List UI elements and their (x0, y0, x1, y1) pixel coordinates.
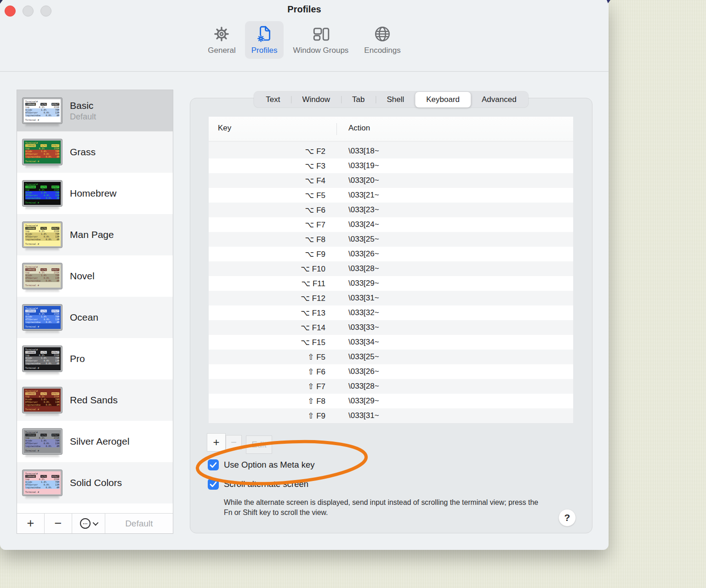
profile-thumbnail-screen: Terminal#COMMAND%CPURPRVTtop4.1%231KXcod… (24, 430, 61, 453)
profile-meta: Grass (70, 147, 96, 158)
action-cell: \033[20~ (348, 176, 379, 185)
table-row[interactable]: ⇧ F5 \033[25~ (209, 350, 573, 364)
settings-tab[interactable]: Shell (376, 92, 415, 107)
edit-shortcut-button[interactable]: Edit (246, 435, 272, 454)
profile-list-item[interactable]: Terminal#COMMAND%CPURPRVTtop4.1%231KXcod… (17, 462, 173, 503)
scroll-alternate-screen-checkbox-row[interactable]: Scroll alternate screen (208, 479, 308, 490)
globe-icon (372, 24, 393, 44)
action-cell: \033[34~ (348, 338, 379, 347)
settings-tab[interactable]: Advanced (471, 92, 528, 107)
set-default-button[interactable]: Default (105, 514, 173, 533)
profile-meta: Homebrew (70, 188, 117, 199)
profile-list-item[interactable]: Terminal#COMMAND%CPURPRVTtop4.1%231KXcod… (17, 255, 173, 297)
close-button[interactable] (5, 6, 16, 17)
key-cell: ⌥ F11 (209, 279, 325, 288)
settings-tab[interactable]: Keyboard (415, 92, 471, 107)
action-cell: \033[28~ (348, 382, 379, 391)
table-row[interactable]: ⇧ F8 \033[29~ (209, 394, 573, 408)
profile-settings-panel: Text Window Tab Shell Keyboard Advanced … (190, 98, 592, 533)
profile-list-item[interactable]: Terminal#COMMAND%CPURPRVTtop4.1%231KXcod… (17, 90, 173, 131)
profile-list-item[interactable]: Terminal#COMMAND%CPURPRVTtop4.1%231KXcod… (17, 131, 173, 173)
table-row[interactable]: ⇧ F6 \033[26~ (209, 364, 573, 379)
toolbar-item-general[interactable]: General (201, 21, 242, 59)
table-row[interactable]: ⌥ F3 \033[19~ (209, 158, 573, 173)
chevron-down-icon (93, 520, 99, 526)
profile-meta: Pro (70, 353, 85, 364)
table-row[interactable]: ⌥ F14 \033[33~ (209, 320, 573, 335)
table-row[interactable]: ⌥ F7 \033[24~ (209, 217, 573, 232)
profile-thumbnail: Terminal#COMMAND%CPURPRVTtop4.1%231KXcod… (23, 98, 62, 124)
gear-icon (211, 24, 232, 44)
checkbox-checked[interactable] (208, 479, 219, 490)
keyboard-shortcut-table: Key Action ⌥ F2 \033[18~ ⌥ F3 \03 (209, 117, 573, 423)
profile-thumbnail-screen: Terminal#COMMAND%CPURPRVTtop4.1%231KXcod… (24, 265, 61, 288)
zoom-button[interactable] (40, 6, 51, 17)
table-row[interactable]: ⌥ F4 \033[20~ (209, 173, 573, 188)
table-row[interactable]: ⌥ F9 \033[26~ (209, 247, 573, 261)
settings-tab[interactable]: Tab (341, 92, 376, 107)
toolbar-item-encodings[interactable]: Encodings (358, 21, 407, 59)
profile-name: Novel (70, 271, 95, 282)
profile-list-item[interactable]: Terminal#COMMAND%CPURPRVTtop4.1%231KXcod… (17, 421, 173, 462)
key-cell: ⌥ F15 (209, 338, 325, 347)
action-cell: \033[32~ (348, 308, 379, 317)
table-row[interactable]: ⌥ F15 \033[34~ (209, 335, 573, 350)
profile-thumbnail: Terminal#COMMAND%CPURPRVTtop4.1%231KXcod… (23, 470, 62, 496)
profile-thumbnail: Terminal#COMMAND%CPURPRVTtop4.1%231KXcod… (23, 263, 62, 289)
use-option-as-meta-key-checkbox-row[interactable]: Use Option as Meta key (208, 459, 314, 470)
profile-name: Ocean (70, 312, 98, 323)
action-cell: \033[25~ (348, 352, 379, 362)
profile-name: Red Sands (70, 395, 118, 406)
checkbox-label: Use Option as Meta key (224, 460, 314, 470)
key-cell: ⇧ F5 (209, 352, 325, 362)
add-shortcut-button[interactable]: + (207, 433, 226, 452)
key-cell: ⌥ F9 (209, 249, 325, 259)
key-cell: ⌥ F7 (209, 220, 325, 230)
key-cell: ⇧ F9 (209, 411, 325, 421)
profile-list-item[interactable]: Terminal#COMMAND%CPURPRVTtop4.1%231KXcod… (17, 173, 173, 214)
profile-thumbnail: Terminal#COMMAND%CPURPRVTtop4.1%231KXcod… (23, 305, 62, 330)
profile-thumbnail-screen: Terminal#COMMAND%CPURPRVTtop4.1%231KXcod… (24, 306, 61, 329)
titlebar: Profiles (0, 0, 609, 72)
table-row[interactable]: ⌥ F11 \033[29~ (209, 276, 573, 291)
profile-actions-menu-button[interactable]: … (72, 514, 105, 533)
profile-name: Man Page (70, 229, 114, 240)
help-button[interactable]: ? (558, 509, 576, 526)
checkbox-label: Scroll alternate screen (224, 479, 308, 489)
profile-list-item[interactable]: Terminal#COMMAND%CPURPRVTtop4.1%231KXcod… (17, 379, 173, 421)
profile-meta: Man Page (70, 229, 114, 240)
profile-thumbnail: Terminal#COMMAND%CPURPRVTtop4.1%231KXcod… (23, 139, 62, 165)
table-row[interactable]: ⇧ F7 \033[28~ (209, 379, 573, 394)
settings-tab[interactable]: Window (291, 92, 341, 107)
toolbar-item-profiles[interactable]: Profiles (245, 21, 284, 59)
checkbox-checked[interactable] (208, 459, 219, 470)
action-cell: \033[33~ (348, 323, 379, 332)
table-row[interactable]: ⌥ F6 \033[23~ (209, 203, 573, 217)
profile-list-item[interactable]: Terminal#COMMAND%CPURPRVTtop4.1%231KXcod… (17, 297, 173, 338)
profile-thumbnail: Terminal#COMMAND%CPURPRVTtop4.1%231KXcod… (23, 181, 62, 206)
profile-list-item[interactable]: Terminal#COMMAND%CPURPRVTtop4.1%231KXcod… (17, 214, 173, 255)
table-row[interactable]: ⌥ F10 \033[28~ (209, 261, 573, 276)
settings-tab-bar: Text Window Tab Shell Keyboard Advanced (254, 91, 528, 107)
table-row[interactable]: ⌥ F12 \033[31~ (209, 291, 573, 305)
minimize-button[interactable] (23, 6, 34, 17)
profile-thumbnail-screen: Terminal#COMMAND%CPURPRVTtop4.1%231KXcod… (24, 347, 61, 370)
table-row[interactable]: ⌥ F5 \033[21~ (209, 188, 573, 203)
action-cell: \033[21~ (348, 191, 379, 200)
table-row[interactable]: ⇧ F9 \033[31~ (209, 408, 573, 423)
table-row[interactable]: ⌥ F13 \033[32~ (209, 305, 573, 320)
action-cell: \033[19~ (348, 161, 379, 170)
column-header-key: Key (218, 124, 231, 133)
toolbar-item-window-groups[interactable]: Window Groups (286, 21, 355, 59)
remove-profile-button[interactable]: − (45, 514, 72, 533)
window-groups-icon (311, 24, 331, 44)
settings-tab[interactable]: Text (255, 92, 291, 107)
profile-name: Solid Colors (70, 477, 122, 488)
remove-shortcut-button[interactable]: − (226, 435, 242, 450)
table-row[interactable]: ⌥ F2 \033[18~ (209, 144, 573, 158)
desktop-background: Profiles (0, 0, 706, 588)
key-cell: ⌥ F8 (209, 235, 325, 244)
table-row[interactable]: ⌥ F8 \033[25~ (209, 232, 573, 247)
add-profile-button[interactable]: + (17, 514, 45, 533)
profile-list-item[interactable]: Terminal#COMMAND%CPURPRVTtop4.1%231KXcod… (17, 338, 173, 379)
